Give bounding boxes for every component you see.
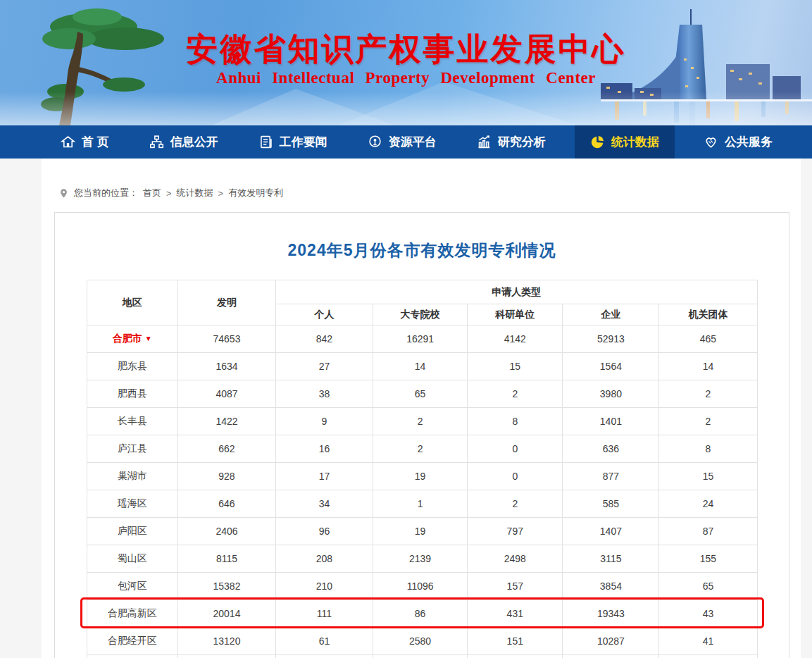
- sitemap-icon: [149, 135, 164, 149]
- value-cell: 41: [659, 628, 757, 655]
- value-cell: 43: [659, 600, 757, 628]
- article-panel: 2024年5月份各市有效发明专利情况 地区 发明 申请人类型 个人 大专院校: [54, 212, 789, 658]
- region-cell: 长丰县: [87, 408, 177, 435]
- region-cell: 蜀山区: [87, 545, 177, 573]
- value-cell: 24: [659, 490, 757, 518]
- table-row: 蜀山区8115208213924983115155: [87, 545, 757, 573]
- value-cell: 3854: [563, 573, 659, 600]
- breadcrumb-link-statistics[interactable]: 统计数据: [177, 187, 213, 199]
- value-cell: 208: [275, 545, 373, 573]
- nav-item-info-disclosure[interactable]: 信息公开: [138, 125, 230, 159]
- value-cell: 2498: [468, 545, 563, 573]
- value-cell: 646: [177, 490, 275, 518]
- breadcrumb-link-valid-patents[interactable]: 有效发明专利: [228, 187, 283, 199]
- value-cell: 111: [275, 600, 373, 628]
- nav-item-label: 研究分析: [498, 134, 546, 150]
- chart-icon: [477, 135, 492, 149]
- col-header-college: 大专院校: [373, 304, 467, 325]
- region-cell: [87, 655, 177, 658]
- banner-haze: [0, 92, 812, 125]
- region-cell: 瑶海区: [87, 490, 177, 518]
- broadcast-icon: [368, 135, 382, 149]
- region-cell: 巢湖市: [87, 463, 177, 490]
- table-row: 合肥市▼7465384216291414252913465: [87, 325, 757, 353]
- value-cell: [177, 655, 275, 658]
- table-row: 庐阳区24069619797140787: [87, 518, 757, 545]
- value-cell: 0: [468, 435, 563, 463]
- nav-item-work-news[interactable]: 工作要闻: [247, 125, 339, 159]
- region-cell: 肥西县: [87, 380, 177, 408]
- table-row: 长丰县142292814012: [87, 408, 757, 435]
- value-cell: 2580: [373, 628, 467, 655]
- value-cell: 4087: [177, 380, 275, 408]
- patent-table-wrap: 地区 发明 申请人类型 个人 大专院校 科研单位 企业 机关团体 合肥市▼746…: [87, 280, 758, 658]
- col-header-research-unit: 科研单位: [468, 304, 563, 325]
- nav-item-label: 首 页: [82, 134, 109, 150]
- value-cell: 8115: [177, 545, 275, 573]
- region-cell: 合肥经开区: [87, 628, 177, 655]
- table-row: 合肥经开区131206125801511028741: [87, 628, 757, 655]
- location-pin-icon: [58, 188, 69, 199]
- region-cell: 庐江县: [87, 435, 177, 463]
- nav-item-public-service[interactable]: 公共服务: [692, 125, 784, 159]
- nav-item-research-analysis[interactable]: 研究分析: [466, 125, 557, 159]
- value-cell: 17: [275, 463, 373, 490]
- value-cell: 8: [468, 408, 563, 435]
- region-cell[interactable]: 合肥市▼: [87, 325, 177, 353]
- nav-item-label: 公共服务: [725, 134, 773, 150]
- value-cell: 585: [563, 490, 659, 518]
- page-title: 2024年5月份各市有效发明专利情况: [55, 240, 789, 261]
- value-cell: 9: [275, 408, 373, 435]
- breadcrumb-link-home[interactable]: 首页: [143, 187, 161, 199]
- value-cell: 86: [373, 600, 467, 628]
- table-row: 庐江县66216206368: [87, 435, 757, 463]
- value-cell: 74653: [177, 325, 275, 353]
- value-cell: 13120: [177, 628, 275, 655]
- value-cell: 96: [275, 518, 373, 545]
- value-cell: 2: [468, 380, 563, 408]
- nav-item-statistics[interactable]: 统计数据: [575, 125, 675, 159]
- nav-item-resource-platform[interactable]: 资源平台: [356, 125, 448, 159]
- region-cell: 庐阳区: [87, 518, 177, 545]
- col-header-applicant-type: 申请人类型: [275, 280, 757, 304]
- value-cell: 662: [177, 435, 275, 463]
- value-cell: 65: [373, 380, 467, 408]
- value-cell: 797: [468, 518, 563, 545]
- region-cell: 肥东县: [87, 353, 177, 380]
- value-cell: 1: [373, 490, 467, 518]
- nav-item-home[interactable]: 首 页: [49, 125, 120, 159]
- value-cell: 14: [659, 353, 757, 380]
- value-cell: [275, 655, 373, 658]
- patent-table: 地区 发明 申请人类型 个人 大专院校 科研单位 企业 机关团体 合肥市▼746…: [87, 280, 758, 658]
- region-cell: 包河区: [87, 573, 177, 600]
- value-cell: 151: [468, 628, 563, 655]
- site-title-english: Anhui Intellectual Property Development …: [216, 69, 596, 87]
- col-header-institution: 机关团体: [659, 304, 757, 325]
- breadcrumb: 您当前的位置： 首页 > 统计数据 > 有效发明专利: [42, 187, 801, 199]
- value-cell: 465: [659, 325, 757, 353]
- value-cell: 1564: [563, 353, 659, 380]
- col-header-invention: 发明: [177, 280, 275, 325]
- value-cell: [373, 655, 467, 658]
- table-row: 包河区1538221011096157385465: [87, 573, 757, 600]
- value-cell: 20014: [177, 600, 275, 628]
- breadcrumb-prefix: 您当前的位置：: [74, 187, 138, 199]
- value-cell: [563, 655, 659, 658]
- nav-item-label: 资源平台: [389, 134, 437, 150]
- value-cell: 52913: [563, 325, 659, 353]
- value-cell: 61: [275, 628, 373, 655]
- value-cell: 2: [468, 490, 563, 518]
- nav-item-label: 信息公开: [170, 134, 218, 150]
- pie-icon: [590, 135, 605, 149]
- value-cell: 157: [468, 573, 563, 600]
- value-cell: 87: [659, 518, 757, 545]
- value-cell: 2: [373, 435, 467, 463]
- heart-handshake-icon: [704, 135, 718, 149]
- home-icon: [61, 135, 75, 149]
- header-banner: 安徽省知识产权事业发展中心 Anhui Intellectual Propert…: [0, 0, 812, 125]
- col-header-region: 地区: [87, 280, 177, 325]
- table-row: 肥东县1634271415156414: [87, 353, 757, 380]
- table-row: 瑶海区646341258524: [87, 490, 757, 518]
- value-cell: 16: [275, 435, 373, 463]
- value-cell: 8: [659, 435, 757, 463]
